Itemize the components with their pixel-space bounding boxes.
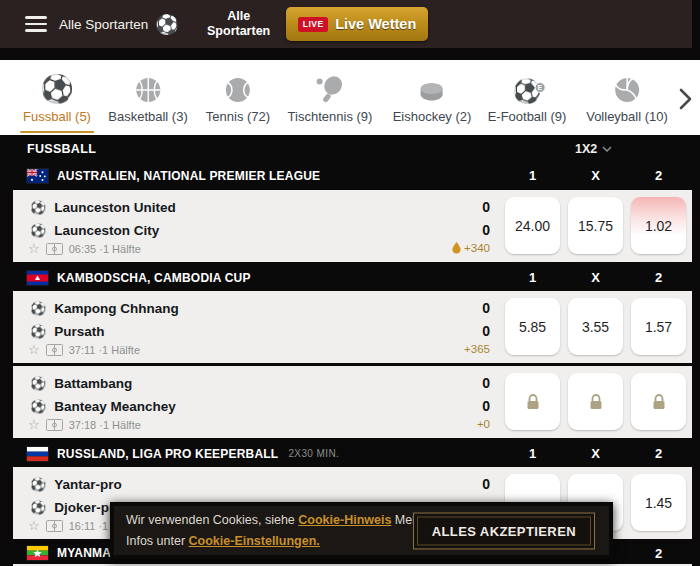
odds-button-draw-locked (568, 373, 623, 430)
away-score: 0 (460, 323, 490, 339)
column-header-1: 1 (505, 270, 560, 285)
tab-label: Basketball (3) (108, 109, 187, 124)
market-selector[interactable]: 1X2 (575, 142, 612, 156)
boost-drop-icon (452, 242, 461, 254)
scroll-right-icon[interactable] (679, 88, 692, 110)
australia-flag-icon (27, 169, 48, 183)
tab-volleyball[interactable]: Volleyball (10) (583, 74, 671, 133)
tab-e-football[interactable]: ⚽ E E-Football (9) (485, 74, 570, 133)
away-score: 0 (460, 398, 490, 414)
column-header-2: 2 (631, 168, 686, 183)
tab-fussball[interactable]: ⚽ Fussball (5) (20, 74, 94, 133)
lock-icon (589, 394, 603, 410)
home-score: 0 (460, 300, 490, 316)
odds-button-draw[interactable]: 3.55 (568, 298, 623, 355)
odds-button-away[interactable]: 1.02 (631, 197, 686, 254)
tab-label: Tischtennis (9) (288, 109, 373, 124)
league-header-australia[interactable]: AUSTRALIEN, NATIONAL PREMIER LEAGUE 1 X … (0, 163, 700, 188)
myanmar-flag-icon (27, 546, 48, 560)
odds-button-home[interactable]: 5.85 (505, 298, 560, 355)
more-markets-count[interactable]: +0 (418, 418, 490, 430)
league-name: KAMBODSCHA, CAMBODIA CUP (57, 271, 251, 285)
tab-basketball[interactable]: Basketball (3) (105, 74, 190, 133)
cookie-text: Wir verwenden Cookies, siehe Cookie-Hinw… (126, 510, 426, 551)
table-tennis-paddle-icon (315, 74, 345, 103)
cambodia-flag-icon (27, 271, 48, 285)
sport-section-header: FUSSBALL 1X2 (0, 135, 700, 162)
column-header-2: 2 (631, 446, 686, 461)
cookie-notice-link[interactable]: Cookie-Hinweis (298, 513, 391, 527)
cookie-settings-link[interactable]: Cookie-Einstellungen. (189, 534, 320, 548)
lock-icon (652, 394, 666, 410)
soccer-ball-icon: ⚽ (30, 302, 46, 315)
column-header-x: X (568, 270, 623, 285)
favorite-star-icon[interactable]: ☆ (28, 418, 40, 431)
e-football-icon: ⚽ E (513, 74, 542, 103)
home-team-name: Launceston United (54, 200, 176, 215)
soccer-ball-icon: ⚽ (30, 377, 46, 390)
live-betting-button[interactable]: LIVE Live Wetten (286, 7, 428, 41)
lock-icon (526, 394, 540, 410)
all-sports-menu-item[interactable]: Alle Sportarten (207, 9, 270, 39)
favorite-star-icon[interactable]: ☆ (28, 519, 40, 532)
chevron-down-icon (602, 146, 612, 152)
column-header-x: X (568, 168, 623, 183)
all-sports-line2: Sportarten (207, 24, 270, 39)
tab-eishockey[interactable]: Eishockey (2) (390, 74, 475, 133)
soccer-ball-icon: ⚽ (30, 224, 46, 237)
league-name: RUSSLAND, LIGA PRO KEEPERBALL (57, 447, 278, 461)
hockey-puck-icon (419, 74, 445, 103)
away-score: 0 (460, 222, 490, 238)
tab-tischtennis[interactable]: Tischtennis (9) (285, 74, 376, 133)
league-note: 2X30 MIN. (288, 448, 339, 459)
section-title: FUSSBALL (27, 142, 96, 156)
live-badge: LIVE (298, 17, 328, 32)
odds-button-draw[interactable]: 15.75 (568, 197, 623, 254)
away-team-name: Launceston City (54, 223, 159, 238)
league-name: AUSTRALIEN, NATIONAL PREMIER LEAGUE (57, 169, 320, 183)
away-team-name: Pursath (54, 324, 104, 339)
match-card[interactable]: ⚽ Battambang ⚽ Banteay Meanchey ☆ 37:18 … (13, 366, 692, 438)
all-sports-label: Alle Sportarten (59, 17, 148, 32)
pitch-icon (46, 419, 63, 431)
soccer-ball-icon: ⚽ (30, 501, 46, 514)
favorite-star-icon[interactable]: ☆ (28, 242, 40, 255)
sport-tabs-bar: ⚽ Fussball (5) Basketball (3) Tennis (72… (0, 60, 700, 135)
home-team-name: Yantar-pro (54, 477, 122, 492)
league-header-russia[interactable]: RUSSLAND, LIGA PRO KEEPERBALL 2X30 MIN. … (0, 441, 700, 466)
match-card[interactable]: ⚽ Kampong Chhnang ⚽ Pursath ☆ 37:11 ·1 H… (13, 291, 692, 363)
top-navigation-bar: Alle Sportarten ⚽ Alle Sportarten LIVE L… (0, 0, 692, 48)
more-markets-count[interactable]: +340 (418, 242, 490, 254)
home-team-name: Kampong Chhnang (54, 301, 179, 316)
all-sports-line1: Alle (207, 9, 270, 24)
pitch-icon (46, 243, 63, 255)
home-score: 0 (460, 476, 490, 492)
tab-label: Volleyball (10) (586, 109, 668, 124)
accept-all-cookies-button[interactable]: ALLES AKZEPTIEREN (413, 512, 595, 549)
tab-label: E-Football (9) (488, 109, 567, 124)
cookie-banner: Wir verwenden Cookies, siehe Cookie-Hinw… (110, 502, 613, 559)
pitch-icon (46, 344, 63, 356)
match-card[interactable]: ⚽ Launceston United ⚽ Launceston City ☆ … (13, 190, 692, 262)
soccer-ball-icon: ⚽ (30, 201, 46, 214)
odds-button-away[interactable]: 1.57 (631, 298, 686, 355)
more-markets-count[interactable]: +365 (418, 343, 490, 355)
home-score: 0 (460, 375, 490, 391)
tab-tennis[interactable]: Tennis (72) (203, 74, 273, 133)
league-name: MYANMA (57, 546, 111, 560)
home-score: 0 (460, 199, 490, 215)
soccer-ball-icon: ⚽ (155, 15, 179, 34)
live-betting-label: Live Wetten (335, 16, 416, 32)
menu-icon[interactable] (25, 16, 47, 32)
home-team-name: Battambang (54, 376, 132, 391)
all-sports-nav[interactable]: Alle Sportarten ⚽ (59, 15, 179, 34)
tab-label: Tennis (72) (206, 109, 270, 124)
odds-button-home[interactable]: 24.00 (505, 197, 560, 254)
league-header-cambodia[interactable]: KAMBODSCHA, CAMBODIA CUP 1 X 2 (0, 265, 700, 290)
favorite-star-icon[interactable]: ☆ (28, 343, 40, 356)
pitch-icon (46, 520, 63, 532)
match-status: 37:18 ·1 Hälfte (69, 419, 141, 431)
odds-button-away-locked (631, 373, 686, 430)
odds-button-away[interactable]: 1.45 (631, 474, 686, 531)
column-header-x: X (568, 446, 623, 461)
